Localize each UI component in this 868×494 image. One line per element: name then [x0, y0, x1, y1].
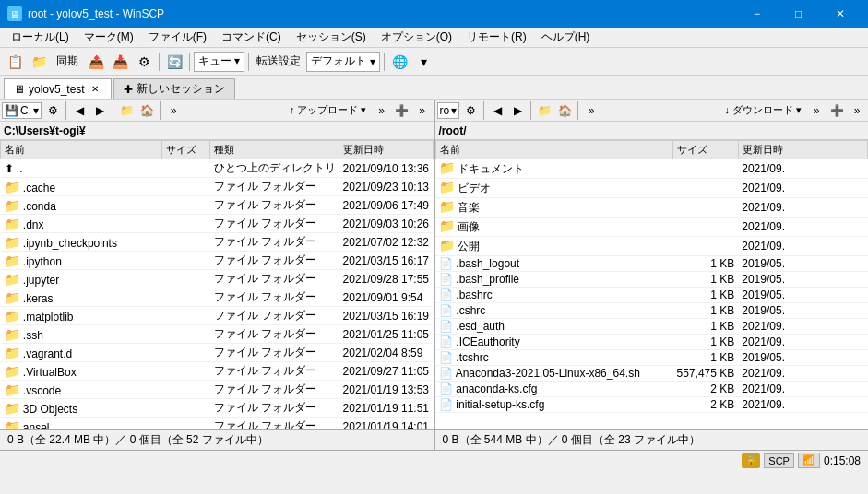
toolbar-btn-7[interactable]: 🌐 — [388, 51, 410, 73]
left-file-row[interactable]: 📁 .vagrant.d ファイル フォルダー 2021/02/04 8:59 — [1, 344, 434, 362]
right-file-row[interactable]: 📁 ビデオ 2021/09. — [435, 179, 868, 198]
menu-help[interactable]: ヘルプ(H) — [534, 28, 598, 47]
right-file-name: 📄 anaconda-ks.cfg — [435, 382, 673, 397]
left-file-row[interactable]: 📁 ansel ファイル フォルダー 2021/01/19 14:01 — [1, 418, 434, 430]
toolbar-btn-1[interactable]: 📋 — [4, 51, 26, 73]
left-col-type[interactable]: 種類 — [210, 141, 339, 159]
left-file-row[interactable]: 📁 .ipynb_checkpoints ファイル フォルダー 2021/07/… — [1, 233, 434, 252]
left-more2-btn[interactable]: » — [373, 101, 391, 120]
left-more-btn[interactable]: » — [164, 101, 183, 120]
toolbar-btn-2[interactable]: 📁 — [28, 51, 50, 73]
right-home-btn[interactable]: 🏠 — [555, 101, 574, 120]
right-file-date: 2021/09. — [738, 366, 867, 382]
right-file-row[interactable]: 📁 画像 2021/09. — [435, 218, 868, 237]
close-button[interactable]: ✕ — [819, 0, 861, 28]
right-back-btn[interactable]: ◀ — [488, 101, 506, 120]
tab-new-session[interactable]: ✚ 新しいセッション — [113, 78, 235, 99]
toolbar-btn-4[interactable]: 📥 — [109, 51, 131, 73]
right-drive-select[interactable]: ro ▾ — [437, 102, 460, 119]
chevron-down-icon: ▾ — [370, 55, 375, 68]
right-add-btn[interactable]: ➕ — [827, 101, 846, 120]
right-file-row[interactable]: 📄 .bash_profile 1 KB 2019/05. — [435, 272, 868, 288]
left-add-btn[interactable]: ➕ — [393, 101, 411, 120]
menu-file[interactable]: ファイル(F) — [141, 28, 214, 47]
left-file-row[interactable]: 📁 .vscode ファイル フォルダー 2021/01/19 13:53 — [1, 381, 434, 399]
left-file-list[interactable]: 名前 サイズ 種類 更新日時 ⬆ .. ひとつ上のディレクトリ 2021/09/… — [0, 140, 434, 429]
menu-mark[interactable]: マーク(M) — [77, 28, 141, 47]
left-file-row[interactable]: 📁 .VirtualBox ファイル フォルダー 2021/09/27 11:0… — [1, 362, 434, 381]
left-back-btn[interactable]: ◀ — [70, 101, 89, 120]
minimize-button[interactable]: − — [736, 0, 778, 28]
right-file-row[interactable]: 📄 .bashrc 1 KB 2019/05. — [435, 288, 868, 303]
left-col-size[interactable]: サイズ — [162, 141, 210, 159]
right-file-row[interactable]: 📄 .tcshrc 1 KB 2019/05. — [435, 350, 868, 366]
left-file-row[interactable]: 📁 .conda ファイル フォルダー 2021/09/06 17:49 — [1, 196, 434, 215]
right-file-row[interactable]: 📄 .cshrc 1 KB 2019/05. — [435, 303, 868, 319]
right-more2-btn[interactable]: » — [807, 101, 826, 120]
tab-yolov5[interactable]: 🖥 yolov5_test ✕ — [4, 78, 112, 99]
right-up-btn[interactable]: 📁 — [535, 101, 553, 120]
right-more-btn[interactable]: » — [582, 101, 600, 120]
queue-dropdown[interactable]: キュー ▾ — [194, 52, 244, 72]
menu-remote[interactable]: リモート(R) — [459, 28, 534, 47]
left-file-row[interactable]: 📁 .ssh ファイル フォルダー 2021/01/25 11:05 — [1, 325, 434, 344]
tab-new-icon: ✚ — [124, 83, 133, 96]
right-col-date[interactable]: 更新日時 — [738, 141, 867, 159]
right-file-row[interactable]: 📁 ドキュメント 2021/09. — [435, 159, 868, 179]
right-file-name: 📄 .bash_profile — [435, 272, 673, 288]
toolbar-btn-6[interactable]: 🔄 — [163, 51, 185, 73]
left-home-btn[interactable]: 🏠 — [137, 101, 156, 120]
separator-2 — [189, 53, 190, 71]
right-file-row[interactable]: 📄 .bash_logout 1 KB 2019/05. — [435, 256, 868, 272]
right-file-row[interactable]: 📁 音楽 2021/09. — [435, 198, 868, 218]
right-col-name[interactable]: 名前 — [435, 141, 673, 159]
right-file-list[interactable]: 名前 サイズ 更新日時 📁 ドキュメント 2021/09. 📁 ビデオ 2021… — [435, 140, 869, 429]
right-status-bar: 0 B（全 544 MB 中）／ 0 個目（全 23 ファイル中） — [435, 429, 869, 450]
left-file-name: 📁 3D Objects — [1, 399, 162, 418]
left-file-row[interactable]: 📁 .jupyter ファイル フォルダー 2021/09/28 17:55 — [1, 270, 434, 288]
bottom-right: 🔒 SCP 📶 0:15:08 — [742, 453, 861, 468]
right-file-row[interactable]: 📄 initial-setup-ks.cfg 2 KB 2021/09. — [435, 397, 868, 413]
menu-bar: ローカル(L) マーク(M) ファイル(F) コマンド(C) セッション(S) … — [0, 28, 868, 48]
left-file-date: 2021/02/04 8:59 — [339, 344, 433, 362]
left-file-name: 📁 .ssh — [1, 325, 162, 344]
left-file-row[interactable]: ⬆ .. ひとつ上のディレクトリ 2021/09/10 13:36 — [1, 159, 434, 178]
left-file-row[interactable]: 📁 .keras ファイル フォルダー 2021/09/01 9:54 — [1, 288, 434, 307]
toolbar-btn-5[interactable]: ⚙ — [133, 51, 155, 73]
right-file-row[interactable]: 📄 .ICEauthority 1 KB 2021/09. — [435, 335, 868, 350]
menu-command[interactable]: コマンド(C) — [214, 28, 289, 47]
left-col-name[interactable]: 名前 — [1, 141, 162, 159]
left-drive-select[interactable]: 💾 C: ▾ — [2, 102, 42, 119]
left-file-row[interactable]: 📁 .cache ファイル フォルダー 2021/09/23 10:13 — [1, 178, 434, 196]
menu-session[interactable]: セッション(S) — [289, 28, 374, 47]
maximize-button[interactable]: □ — [778, 0, 819, 28]
left-col-date[interactable]: 更新日時 — [339, 141, 433, 159]
left-file-row[interactable]: 📁 .dnx ファイル フォルダー 2021/09/03 10:26 — [1, 215, 434, 233]
right-file-row[interactable]: 📁 公開 2021/09. — [435, 237, 868, 256]
left-forward-btn[interactable]: ▶ — [90, 101, 109, 120]
right-file-row[interactable]: 📄 Anaconda3-2021.05-Linux-x86_64.sh 557,… — [435, 366, 868, 382]
app-icon: 🖥 — [7, 6, 22, 21]
left-file-name: 📁 ansel — [1, 418, 162, 430]
left-file-name: 📁 .jupyter — [1, 270, 162, 288]
right-forward-btn[interactable]: ▶ — [508, 101, 527, 120]
right-file-row[interactable]: 📄 anaconda-ks.cfg 2 KB 2021/09. — [435, 382, 868, 397]
left-filter-btn[interactable]: ⚙ — [43, 101, 62, 120]
right-more3-btn[interactable]: » — [848, 101, 866, 120]
menu-local[interactable]: ローカル(L) — [4, 28, 77, 47]
right-col-size[interactable]: サイズ — [673, 141, 739, 159]
left-more3-btn[interactable]: » — [413, 101, 432, 120]
left-file-row[interactable]: 📁 3D Objects ファイル フォルダー 2021/01/19 11:51 — [1, 399, 434, 418]
menu-options[interactable]: オプション(O) — [374, 28, 459, 47]
toolbar-btn-arrow[interactable]: ▾ — [412, 51, 434, 73]
left-up-btn[interactable]: 📁 — [117, 101, 136, 120]
sync-button[interactable]: 同期 — [52, 51, 83, 73]
left-file-row[interactable]: 📁 .ipython ファイル フォルダー 2021/03/15 16:17 — [1, 252, 434, 270]
left-file-size — [162, 362, 210, 381]
left-file-row[interactable]: 📁 .matplotlib ファイル フォルダー 2021/03/15 16:1… — [1, 307, 434, 325]
right-filter-btn[interactable]: ⚙ — [461, 101, 480, 120]
profile-dropdown[interactable]: デフォルト ▾ — [306, 52, 380, 72]
tab-yolov5-close[interactable]: ✕ — [89, 83, 101, 96]
right-file-row[interactable]: 📄 .esd_auth 1 KB 2021/09. — [435, 319, 868, 335]
toolbar-btn-3[interactable]: 📤 — [85, 51, 107, 73]
